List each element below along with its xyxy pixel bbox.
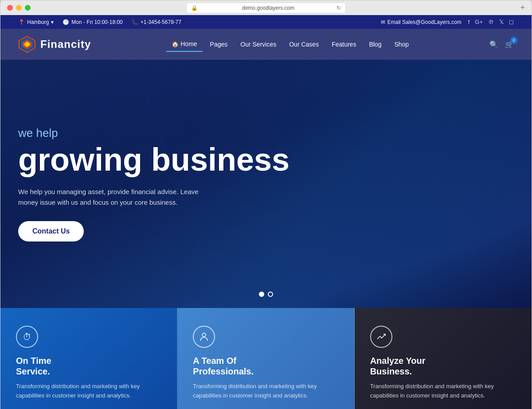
feature-card-1-inner: ⏱ On TimeService. Transforming distribut… <box>16 326 161 401</box>
facebook-icon[interactable]: f <box>468 19 470 25</box>
feature-3-description: Transforming distribution and marketing … <box>370 382 516 401</box>
business-hours: 🕐 Mon - Fri 10:00-18:00 <box>63 19 122 25</box>
minimize-dot[interactable] <box>16 5 22 11</box>
nav-our-services-label: Our Services <box>240 41 276 48</box>
lock-icon: 🔒 <box>191 5 198 11</box>
browser-titlebar: 🔒 demo.goodlayers.com ↻ + <box>0 5 532 15</box>
feature-card-2-inner: A Team OfProfessionals. Transforming dis… <box>193 326 338 401</box>
phone-number: +1-3454-5678-77 <box>141 19 181 25</box>
hero-dot-2[interactable] <box>268 292 273 297</box>
chart-icon <box>376 332 386 342</box>
nav-actions: 🔍 🛒 0 <box>489 40 514 49</box>
feature-1-description: Transforming distribution and marketing … <box>16 382 161 401</box>
instagram-icon[interactable]: ◻ <box>509 19 514 25</box>
nav-our-cases-label: Our Cases <box>289 41 319 48</box>
top-bar: 📍 Hamburg ▾ 🕐 Mon - Fri 10:00-18:00 📞 +1… <box>0 15 532 29</box>
hero-pagination <box>259 292 273 297</box>
feature-2-title: A Team OfProfessionals. <box>193 355 338 377</box>
nav-pages[interactable]: Pages <box>205 37 233 51</box>
nav-blog[interactable]: Blog <box>364 37 387 51</box>
browser-window: 🔒 demo.goodlayers.com ↻ + 📍 Hamburg ▾ 🕐 … <box>0 0 532 409</box>
close-dot[interactable] <box>7 5 13 11</box>
top-bar-left: 📍 Hamburg ▾ 🕐 Mon - Fri 10:00-18:00 📞 +1… <box>18 19 181 25</box>
hero-dot-1[interactable] <box>259 292 264 297</box>
nav-shop-label: Shop <box>394 41 409 48</box>
feature-1-icon: ⏱ <box>16 326 38 348</box>
cart-wrapper: 🛒 0 <box>505 40 514 49</box>
cart-badge: 0 <box>510 37 517 44</box>
nav-pages-label: Pages <box>210 41 228 48</box>
nav-our-cases[interactable]: Our Cases <box>284 37 324 51</box>
address-text: demo.goodlayers.com <box>242 5 294 11</box>
feature-card-3: Analyze YourBusiness. Transforming distr… <box>355 308 532 409</box>
address-bar[interactable]: 🔒 demo.goodlayers.com ↻ <box>186 3 346 13</box>
clock-icon: 🕐 <box>63 19 69 25</box>
location-name: Hamburg <box>27 19 49 25</box>
location-selector[interactable]: 📍 Hamburg ▾ <box>18 19 54 25</box>
dropdown-arrow: ▾ <box>51 19 54 25</box>
hours-text: Mon - Fri 10:00-18:00 <box>71 19 122 25</box>
nav-home-label: Home <box>180 40 197 47</box>
hero-subtitle: we help <box>18 126 293 140</box>
hero-wrapper: Financity 🏠 Home Pages Our Services Our … <box>0 29 532 308</box>
feature-2-description: Transforming distribution and marketing … <box>193 382 338 401</box>
feature-3-title: Analyze YourBusiness. <box>370 355 516 377</box>
hero-content: we help growing business We help you man… <box>0 126 311 241</box>
nav-features[interactable]: Features <box>326 37 361 51</box>
nav-shop[interactable]: Shop <box>389 37 414 51</box>
google-plus-icon[interactable]: G+ <box>475 19 483 25</box>
social-links: f G+ ℗ 𝕏 ◻ <box>468 19 514 25</box>
feature-card-1: ⏱ On TimeService. Transforming distribut… <box>0 308 177 409</box>
top-bar-right: ✉ Email Sales@GoodLayers.com f G+ ℗ 𝕏 ◻ <box>381 19 514 25</box>
nav-features-label: Features <box>332 41 356 48</box>
feature-card-3-inner: Analyze YourBusiness. Transforming distr… <box>370 326 516 401</box>
maximize-dot[interactable] <box>25 5 31 11</box>
hero-section: we help growing business We help you man… <box>0 60 532 308</box>
twitter-icon[interactable]: 𝕏 <box>499 19 504 25</box>
contact-us-button[interactable]: Contact Us <box>18 221 84 242</box>
email-icon: ✉ <box>381 19 385 25</box>
svg-point-14 <box>202 333 206 337</box>
feature-1-title: On TimeService. <box>16 355 161 377</box>
nav-home[interactable]: 🏠 Home <box>166 37 202 52</box>
reload-icon[interactable]: ↻ <box>336 5 341 11</box>
search-button[interactable]: 🔍 <box>489 40 498 49</box>
phone-icon: 📞 <box>132 19 138 25</box>
phone-info: 📞 +1-3454-5678-77 <box>132 19 181 25</box>
feature-3-icon <box>370 326 392 348</box>
logo-icon <box>18 35 36 53</box>
pinterest-icon[interactable]: ℗ <box>488 19 494 25</box>
feature-card-2: A Team OfProfessionals. Transforming dis… <box>177 308 354 409</box>
navbar: Financity 🏠 Home Pages Our Services Our … <box>0 29 532 60</box>
add-tab-button[interactable]: + <box>520 3 525 12</box>
logo-text: Financity <box>40 38 91 51</box>
home-icon: 🏠 <box>172 41 179 47</box>
feature-2-icon <box>193 326 215 348</box>
email-text: Email Sales@GoodLayers.com <box>387 19 462 25</box>
person-icon <box>199 332 209 342</box>
hero-description: We help you managing asset, provide fina… <box>18 187 209 208</box>
nav-links: 🏠 Home Pages Our Services Our Cases Feat… <box>166 37 414 52</box>
logo[interactable]: Financity <box>18 35 91 53</box>
browser-content: 📍 Hamburg ▾ 🕐 Mon - Fri 10:00-18:00 📞 +1… <box>0 15 532 409</box>
email-info: ✉ Email Sales@GoodLayers.com <box>381 19 462 25</box>
nav-our-services[interactable]: Our Services <box>235 37 282 51</box>
nav-blog-label: Blog <box>369 41 381 48</box>
features-section: ⏱ On TimeService. Transforming distribut… <box>0 308 532 409</box>
location-icon: 📍 <box>18 19 25 25</box>
hero-title: growing business <box>18 142 293 177</box>
browser-dots <box>7 5 31 11</box>
